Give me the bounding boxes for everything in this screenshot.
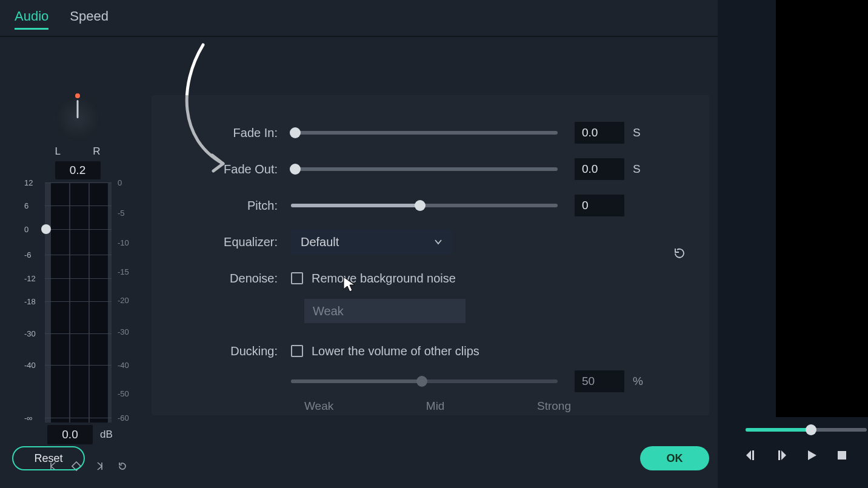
fadeout-label: Fade Out: xyxy=(176,162,291,176)
meter-tick-left: 12 xyxy=(24,178,33,187)
ducking-unit: % xyxy=(633,375,643,388)
tab-speed[interactable]: Speed xyxy=(70,8,109,24)
stop-icon[interactable] xyxy=(835,449,849,462)
fadein-label: Fade In: xyxy=(176,126,291,140)
tab-audio[interactable]: Audio xyxy=(15,8,48,30)
preview-progress-slider[interactable] xyxy=(746,428,867,432)
meter-tick-left: 0 xyxy=(24,225,28,234)
meter-tick-right: 0 xyxy=(118,178,122,187)
step-back-icon[interactable] xyxy=(744,449,758,462)
step-forward-icon[interactable] xyxy=(775,449,788,462)
pan-value-field[interactable]: 0.2 xyxy=(55,161,101,179)
equalizer-dropdown[interactable]: Default xyxy=(291,229,452,255)
pan-knob[interactable]: L R 0.2 xyxy=(41,95,114,179)
volume-unit: dB xyxy=(100,429,113,441)
svg-rect-1 xyxy=(752,450,754,460)
meter-tick-right: -10 xyxy=(118,238,129,247)
fadein-unit: S xyxy=(633,126,641,139)
ducking-value-field[interactable]: 50 xyxy=(575,370,624,392)
ducking-checkbox[interactable] xyxy=(291,345,303,357)
denoise-level-value: Weak xyxy=(313,304,344,318)
pitch-value-field[interactable]: 0 xyxy=(575,195,624,216)
pan-R-label: R xyxy=(93,145,100,158)
pitch-label: Pitch: xyxy=(176,199,291,213)
meter-tick-left: -6 xyxy=(24,250,32,259)
meter-tick-right: -40 xyxy=(118,360,129,369)
reset-section-icon[interactable] xyxy=(673,247,686,260)
meter-tick-left: -12 xyxy=(24,274,36,283)
pitch-slider[interactable] xyxy=(291,204,558,207)
fadeout-value-field[interactable]: 0.0 xyxy=(575,158,624,180)
svg-rect-3 xyxy=(838,451,846,460)
volume-value-field[interactable]: 0.0 xyxy=(47,425,93,444)
fadein-value-field[interactable]: 0.0 xyxy=(575,122,624,144)
meter-tick-right: -60 xyxy=(118,413,129,423)
meter-tick-right: -50 xyxy=(118,389,129,398)
denoise-label: Denoise: xyxy=(176,272,291,286)
preview-video xyxy=(776,0,868,417)
ducking-slider[interactable] xyxy=(291,379,558,383)
meter-tick-left: -40 xyxy=(24,360,36,369)
meter-tick-right: -5 xyxy=(118,208,125,217)
audio-settings-panel: Fade In: 0.0 S Fade Out: 0.0 S Pitch: xyxy=(152,95,709,415)
reset-button[interactable]: Reset xyxy=(12,446,85,470)
preview-area xyxy=(718,0,868,488)
fadeout-slider[interactable] xyxy=(291,167,558,171)
ok-button[interactable]: OK xyxy=(640,446,709,470)
meter-tick-right: -30 xyxy=(118,327,129,336)
meter-tick-right: -20 xyxy=(118,296,129,305)
meter-tick-right: -15 xyxy=(118,267,129,276)
equalizer-value: Default xyxy=(301,235,339,249)
ducking-text: Lower the volume of other clips xyxy=(312,344,479,358)
ducking-scale-labels: Weak Mid Strong xyxy=(304,396,571,413)
ducking-label: Ducking: xyxy=(176,344,291,358)
meter-tick-left: -∞ xyxy=(24,413,33,423)
denoise-checkbox[interactable] xyxy=(291,272,303,284)
fadeout-unit: S xyxy=(633,162,641,176)
play-icon[interactable] xyxy=(805,449,818,462)
pan-L-label: L xyxy=(55,145,61,158)
volume-slider-thumb[interactable] xyxy=(41,224,51,234)
chevron-down-icon xyxy=(434,238,442,246)
denoise-level-dropdown[interactable]: Weak xyxy=(304,299,466,323)
meter-tick-left: -30 xyxy=(24,329,36,338)
meter-tick-left: -18 xyxy=(24,297,36,306)
svg-rect-2 xyxy=(778,450,780,460)
denoise-text: Remove background noise xyxy=(312,272,456,286)
equalizer-label: Equalizer: xyxy=(176,235,291,249)
fadein-slider[interactable] xyxy=(291,131,558,135)
meter-tick-left: 6 xyxy=(24,201,28,210)
volume-meter[interactable]: 1260-6-12-18-30-40-∞0-5-10-15-20-30-40-5… xyxy=(23,182,126,425)
